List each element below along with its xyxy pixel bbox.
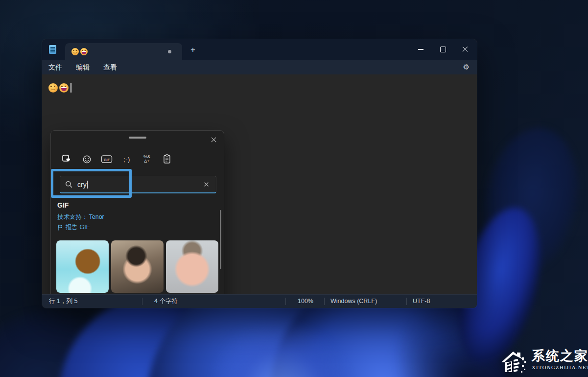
kaomoji-label: ;-) (123, 156, 130, 163)
document-tab[interactable]: 😊😄 (65, 43, 182, 60)
symbols-icon: %& Δ+ (143, 155, 150, 164)
report-gif-link[interactable]: 报告 GIF (57, 223, 90, 232)
powered-by-label: 技术支持： (57, 213, 88, 220)
close-icon (462, 47, 468, 52)
text-caret (71, 83, 71, 93)
close-icon (204, 182, 209, 187)
tab-kaomoji[interactable]: ;-) (118, 151, 136, 167)
unsaved-indicator-dot (168, 50, 171, 53)
status-divider (406, 298, 407, 305)
panel-close-button[interactable] (208, 134, 219, 145)
panel-drag-handle[interactable] (129, 137, 146, 139)
desktop: 系统之家 XITONGZHIJIA.NET 😊😄 + 文件 编辑 (0, 0, 588, 377)
minimize-icon (418, 49, 423, 49)
gif-thumbnail[interactable] (56, 240, 109, 293)
tenor-link[interactable]: Tenor (89, 213, 104, 220)
zoom-level[interactable]: 100% (298, 295, 313, 308)
tab-recently-used[interactable] (58, 151, 75, 167)
line-ending[interactable]: Windows (CRLF) (330, 295, 377, 308)
gif-thumbnail[interactable] (166, 240, 218, 293)
laughing-emoji-icon (59, 83, 69, 93)
cursor-position: 行 1，列 5 (49, 295, 77, 308)
close-icon (211, 137, 216, 142)
maximize-button[interactable] (432, 39, 454, 60)
gif-search-box[interactable]: cry (60, 176, 216, 193)
gif-thumbnail[interactable] (111, 240, 164, 293)
gif-list-scrollbar[interactable] (220, 210, 221, 269)
menu-view[interactable]: 查看 (102, 60, 118, 74)
gif-section-title: GIF (57, 201, 69, 209)
tab-emoji[interactable] (78, 151, 95, 167)
tab-gif[interactable]: GIF (98, 151, 116, 167)
document-text-line: 😊😄 (48, 83, 71, 93)
notepad-app-icon (49, 45, 56, 54)
recent-heart-icon (61, 154, 72, 165)
report-flag-icon (57, 224, 63, 231)
status-divider (142, 298, 142, 305)
selected-tab-underline (62, 169, 73, 171)
smiley-icon (82, 154, 92, 165)
search-caret (87, 181, 88, 188)
settings-gear-icon[interactable]: ⚙ (463, 60, 470, 74)
status-divider (324, 298, 325, 305)
menu-file[interactable]: 文件 (47, 60, 63, 74)
status-bar: 行 1，列 5 4 个字符 100% Windows (CRLF) UTF-8 (42, 294, 477, 308)
tab-symbols[interactable]: %& Δ+ (138, 151, 156, 167)
status-divider (285, 298, 286, 305)
menu-bar: 文件 编辑 查看 ⚙ (42, 60, 477, 74)
smiling-emoji-icon (48, 83, 58, 93)
text-editor[interactable]: 😊😄 (42, 74, 477, 294)
laughing-emoji-icon (80, 48, 88, 55)
minimize-button[interactable] (410, 39, 432, 60)
clear-search-button[interactable] (201, 180, 211, 189)
powered-by-tenor: 技术支持：Tenor (57, 213, 104, 221)
svg-text:GIF: GIF (104, 158, 110, 162)
clipboard-icon (162, 154, 172, 165)
watermark-site-domain: XITONGZHIJIA.NET (532, 365, 588, 370)
close-button[interactable] (454, 39, 476, 60)
category-tab-strip: GIF ;-) %& Δ+ (58, 151, 176, 167)
title-bar[interactable]: 😊😄 + (42, 39, 477, 60)
wallpaper-shape (472, 120, 588, 281)
gif-icon: GIF (101, 155, 113, 164)
character-count: 4 个字符 (154, 295, 178, 308)
menu-edit[interactable]: 编辑 (75, 60, 91, 74)
search-input-value[interactable]: cry (77, 181, 87, 188)
maximize-icon (440, 47, 446, 52)
encoding[interactable]: UTF-8 (413, 295, 430, 308)
emoji-picker-panel: GIF ;-) %& Δ+ (50, 130, 224, 308)
notepad-window: 😊😄 + 文件 编辑 查看 ⚙ 😊😄 (42, 39, 477, 308)
search-icon (65, 181, 72, 188)
watermark-house-logo-icon (500, 349, 528, 374)
new-tab-button[interactable]: + (187, 44, 199, 56)
smiling-emoji-icon (71, 48, 79, 55)
watermark: 系统之家 XITONGZHIJIA.NET (500, 349, 588, 374)
watermark-site-name: 系统之家 (532, 349, 588, 363)
report-gif-label: 报告 GIF (66, 223, 90, 232)
tab-clipboard[interactable] (158, 151, 176, 167)
